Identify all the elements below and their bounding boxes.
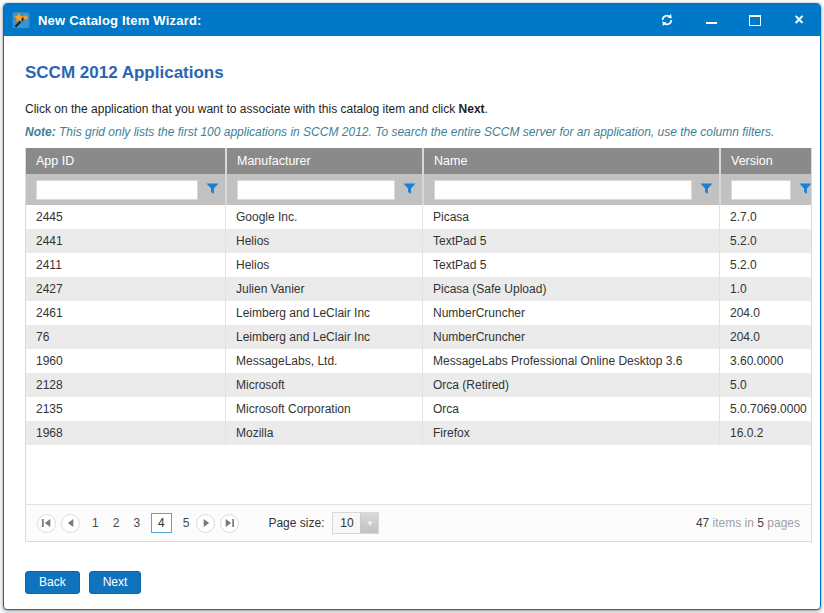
- screen: New Catalog Item Wizard: × SCCM 2012 App…: [0, 0, 824, 613]
- table-row[interactable]: 1968 Mozilla Firefox 16.0.2: [26, 421, 811, 445]
- cell-name: Orca: [422, 397, 719, 421]
- applications-grid: App ID Manufacturer Name Version: [25, 148, 812, 542]
- minimize-button[interactable]: [702, 11, 720, 29]
- cell-manufacturer: Google Inc.: [225, 205, 422, 229]
- cell-manufacturer: Mozilla: [225, 421, 422, 445]
- filter-input-manufacturer[interactable]: [237, 180, 395, 200]
- cell-version: 1.0: [719, 277, 811, 301]
- table-row[interactable]: 2128 Microsoft Orca (Retired) 5.0: [26, 373, 811, 397]
- filter-input-name[interactable]: [434, 180, 692, 200]
- back-button[interactable]: Back: [25, 571, 80, 594]
- footer: Back Next: [25, 571, 141, 594]
- table-row[interactable]: 2427 Julien Vanier Picasa (Safe Upload) …: [26, 277, 811, 301]
- cell-version: 2.7.0: [719, 205, 811, 229]
- cell-version: 5.2.0: [719, 229, 811, 253]
- cell-name: TextPad 5: [422, 253, 719, 277]
- cell-app-id: 1960: [26, 349, 225, 373]
- filter-icon[interactable]: [402, 183, 416, 196]
- grid-header-row: App ID Manufacturer Name Version: [26, 148, 811, 174]
- table-row[interactable]: 2411 Helios TextPad 5 5.2.0: [26, 253, 811, 277]
- cell-version: 5.2.0: [719, 253, 811, 277]
- cell-manufacturer: Helios: [225, 229, 422, 253]
- filter-input-app-id[interactable]: [36, 180, 198, 200]
- cell-version: 204.0: [719, 301, 811, 325]
- prev-page-button[interactable]: [61, 514, 80, 533]
- first-page-icon: [42, 519, 51, 527]
- grid-filter-row: [26, 174, 811, 205]
- cell-app-id: 2411: [26, 253, 225, 277]
- cell-name: TextPad 5: [422, 229, 719, 253]
- instruction-text: Click on the application that you want t…: [25, 102, 799, 116]
- cell-app-id: 2461: [26, 301, 225, 325]
- maximize-icon: [749, 15, 761, 26]
- refresh-button[interactable]: [658, 11, 676, 29]
- titlebar[interactable]: New Catalog Item Wizard: ×: [4, 4, 820, 36]
- dropdown-arrow-icon: ▼: [360, 513, 378, 533]
- table-row[interactable]: 2135 Microsoft Corporation Orca 5.0.7069…: [26, 397, 811, 421]
- grid-empty-area: [26, 445, 811, 504]
- column-header-name[interactable]: Name: [422, 148, 719, 174]
- close-button[interactable]: ×: [790, 11, 808, 29]
- close-icon: ×: [794, 12, 803, 28]
- page-size-value: 10: [333, 513, 360, 533]
- last-page-icon: [225, 519, 234, 527]
- wizard-window: New Catalog Item Wizard: × SCCM 2012 App…: [3, 3, 821, 610]
- items-count-info: 47 items in 5 pages: [696, 516, 800, 530]
- filter-icon[interactable]: [699, 183, 713, 196]
- page-number-4-current[interactable]: 4: [151, 513, 172, 533]
- prev-page-icon: [67, 519, 75, 527]
- table-row[interactable]: 2445 Google Inc. Picasa 2.7.0: [26, 205, 811, 229]
- cell-manufacturer: Leimberg and LeClair Inc: [225, 301, 422, 325]
- page-number-1[interactable]: 1: [92, 516, 99, 530]
- cell-name: MessageLabs Professional Online Desktop …: [422, 349, 719, 373]
- cell-version: 204.0: [719, 325, 811, 349]
- cell-name: NumberCruncher: [422, 325, 719, 349]
- cell-name: Firefox: [422, 421, 719, 445]
- cell-manufacturer: Helios: [225, 253, 422, 277]
- cell-manufacturer: Leimberg and LeClair Inc: [225, 325, 422, 349]
- wizard-icon: [12, 11, 30, 29]
- cell-name: Orca (Retired): [422, 373, 719, 397]
- page-number-3[interactable]: 3: [133, 516, 140, 530]
- cell-version: 3.60.0000: [719, 349, 811, 373]
- filter-icon[interactable]: [205, 183, 219, 196]
- cell-version: 16.0.2: [719, 421, 811, 445]
- minimize-icon: [706, 22, 717, 24]
- cell-name: NumberCruncher: [422, 301, 719, 325]
- cell-version: 5.0: [719, 373, 811, 397]
- cell-app-id: 2427: [26, 277, 225, 301]
- table-row[interactable]: 2441 Helios TextPad 5 5.2.0: [26, 229, 811, 253]
- note-text: Note: This grid only lists the first 100…: [25, 125, 799, 139]
- table-row[interactable]: 76 Leimberg and LeClair Inc NumberCrunch…: [26, 325, 811, 349]
- cell-app-id: 2128: [26, 373, 225, 397]
- cell-manufacturer: Microsoft: [225, 373, 422, 397]
- next-page-button[interactable]: [196, 514, 215, 533]
- table-row[interactable]: 2461 Leimberg and LeClair Inc NumberCrun…: [26, 301, 811, 325]
- window-title: New Catalog Item Wizard:: [38, 13, 202, 28]
- page-size-label: Page size:: [268, 516, 324, 530]
- cell-app-id: 2441: [26, 229, 225, 253]
- cell-manufacturer: Julien Vanier: [225, 277, 422, 301]
- column-header-version[interactable]: Version: [719, 148, 811, 174]
- last-page-button[interactable]: [220, 514, 239, 533]
- cell-manufacturer: MessageLabs, Ltd.: [225, 349, 422, 373]
- page-title: SCCM 2012 Applications: [25, 63, 799, 83]
- column-header-manufacturer[interactable]: Manufacturer: [225, 148, 422, 174]
- cell-app-id: 1968: [26, 421, 225, 445]
- maximize-button[interactable]: [746, 11, 764, 29]
- cell-app-id: 2135: [26, 397, 225, 421]
- cell-name: Picasa (Safe Upload): [422, 277, 719, 301]
- cell-manufacturer: Microsoft Corporation: [225, 397, 422, 421]
- cell-app-id: 2445: [26, 205, 225, 229]
- cell-app-id: 76: [26, 325, 225, 349]
- filter-input-version[interactable]: [731, 180, 791, 200]
- column-header-app-id[interactable]: App ID: [26, 148, 225, 174]
- page-size-dropdown[interactable]: 10 ▼: [332, 512, 379, 534]
- next-button[interactable]: Next: [89, 571, 142, 594]
- table-row[interactable]: 1960 MessageLabs, Ltd. MessageLabs Profe…: [26, 349, 811, 373]
- page-number-5[interactable]: 5: [183, 516, 190, 530]
- cell-name: Picasa: [422, 205, 719, 229]
- first-page-button[interactable]: [37, 514, 56, 533]
- page-number-2[interactable]: 2: [113, 516, 120, 530]
- filter-icon[interactable]: [798, 183, 811, 196]
